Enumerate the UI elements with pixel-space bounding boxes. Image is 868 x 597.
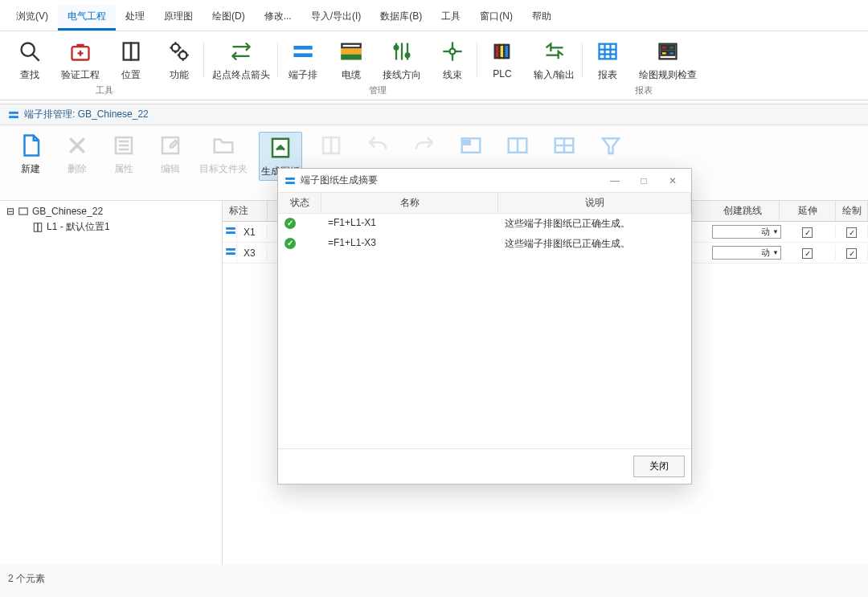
- tool-view3-button[interactable]: [547, 132, 582, 162]
- ext-checkbox[interactable]: ✓: [802, 227, 813, 238]
- menu-window[interactable]: 窗口(N): [470, 5, 522, 31]
- dialog-col-name[interactable]: 名称: [321, 193, 498, 213]
- dialog-state-cell: ✓: [278, 235, 321, 252]
- filter-icon: [597, 132, 624, 159]
- group-label-tools: 工具: [5, 84, 204, 96]
- find-label: 查找: [20, 68, 39, 82]
- io-label: 输入/输出: [534, 68, 575, 82]
- dialog-title-bar[interactable]: 端子图纸生成摘要 — □ ✕: [278, 169, 691, 192]
- menu-import-export[interactable]: 导入/导出(I): [301, 5, 371, 31]
- close-icon[interactable]: ✕: [661, 175, 685, 186]
- svg-rect-69: [285, 182, 295, 184]
- tool-view2-button[interactable]: [500, 132, 535, 162]
- col-ext[interactable]: 延伸: [780, 201, 836, 221]
- svg-rect-52: [331, 137, 339, 153]
- svg-point-8: [179, 51, 186, 59]
- menu-electrical-project[interactable]: 电气工程: [58, 5, 116, 31]
- jump-combo[interactable]: 动 ▼: [712, 225, 781, 239]
- minimize-icon[interactable]: —: [603, 175, 627, 186]
- rules-icon: [654, 38, 682, 65]
- target-folder-label: 目标文件夹: [199, 162, 248, 176]
- jump-combo[interactable]: 动 ▼: [712, 246, 781, 260]
- svg-rect-37: [661, 46, 667, 50]
- location-icon: [32, 222, 43, 233]
- menu-help[interactable]: 帮助: [522, 5, 561, 31]
- svg-rect-65: [226, 231, 235, 234]
- svg-rect-5: [124, 43, 131, 60]
- tool-view1-button[interactable]: [453, 132, 489, 162]
- menu-process[interactable]: 处理: [116, 5, 154, 31]
- svg-rect-11: [293, 46, 312, 50]
- dialog-name-cell: =F1+L1-X3: [321, 235, 498, 252]
- col-draw[interactable]: 绘制: [836, 201, 868, 221]
- find-button[interactable]: 查找: [13, 38, 47, 82]
- svg-rect-67: [226, 252, 235, 255]
- location-button[interactable]: 位置: [114, 38, 148, 82]
- undo-icon: [364, 132, 391, 159]
- col-jump[interactable]: 创建跳线: [706, 201, 780, 221]
- origin-dest-arrow-button[interactable]: 起点终点箭头: [212, 38, 270, 82]
- dialog-state-cell: ✓: [278, 215, 321, 232]
- tree-pane[interactable]: ⊟ GB_Chinese_22 L1 - 默认位置1: [0, 201, 223, 565]
- xref-icon: [317, 132, 345, 159]
- cable-button[interactable]: 电缆: [334, 38, 368, 82]
- tool-xref-button[interactable]: [313, 132, 349, 162]
- verify-project-button[interactable]: 验证工程: [61, 38, 100, 82]
- ribbon: 查找 验证工程 位置 功能 工具: [0, 31, 868, 100]
- svg-rect-39: [661, 51, 667, 55]
- tool-redo-button[interactable]: [407, 132, 442, 162]
- plc-button[interactable]: PLC: [485, 38, 519, 80]
- close-button[interactable]: 关闭: [633, 456, 685, 477]
- tool-undo-button[interactable]: [360, 132, 395, 162]
- col-label[interactable]: 标注: [223, 201, 268, 221]
- menu-draw[interactable]: 绘图(D): [203, 5, 255, 31]
- tree-root[interactable]: ⊟ GB_Chinese_22: [0, 204, 222, 219]
- dialog-col-desc[interactable]: 说明: [498, 193, 691, 213]
- report-label: 报表: [598, 68, 617, 82]
- dialog-col-state[interactable]: 状态: [278, 193, 321, 213]
- dialog-name-cell: =F1+L1-X1: [321, 215, 498, 232]
- svg-point-20: [406, 53, 410, 57]
- ext-checkbox[interactable]: ✓: [802, 248, 813, 259]
- draw-checkbox[interactable]: ✓: [846, 227, 857, 238]
- delete-button[interactable]: 删除: [59, 132, 95, 176]
- io-button[interactable]: 输入/输出: [534, 38, 575, 82]
- row-jump-cell: 动 ▼: [706, 244, 780, 261]
- cable-label: 电缆: [342, 68, 361, 82]
- drawing-rule-check-button[interactable]: 绘图规则检查: [639, 38, 697, 82]
- dialog-row[interactable]: ✓ =F1+L1-X1 这些端子排图纸已正确生成。: [278, 214, 691, 234]
- dialog-row[interactable]: ✓ =F1+L1-X3 这些端子排图纸已正确生成。: [278, 234, 691, 254]
- ribbon-group-arrows: 起点终点箭头: [204, 38, 278, 100]
- edit-button[interactable]: 编辑: [153, 132, 188, 176]
- ribbon-group-tools: 查找 验证工程 位置 功能 工具: [5, 38, 204, 100]
- svg-rect-12: [293, 53, 312, 57]
- collapse-icon[interactable]: ⊟: [6, 206, 14, 217]
- function-button[interactable]: 功能: [162, 38, 196, 82]
- wiring-direction-button[interactable]: 接线方向: [383, 38, 421, 82]
- menu-database[interactable]: 数据库(B): [371, 5, 432, 31]
- menu-modify[interactable]: 修改...: [255, 5, 301, 31]
- menu-schematic[interactable]: 原理图: [154, 5, 203, 31]
- svg-rect-63: [38, 223, 42, 231]
- tool-filter-button[interactable]: [593, 132, 628, 162]
- menu-browse[interactable]: 浏览(V): [6, 5, 58, 31]
- properties-button[interactable]: 属性: [106, 132, 141, 176]
- ribbon-group-plc: PLC 输入/输出: [477, 38, 583, 100]
- dialog-desc-cell: 这些端子排图纸已正确生成。: [498, 215, 691, 232]
- draw-checkbox[interactable]: ✓: [846, 248, 857, 259]
- maximize-icon[interactable]: □: [632, 175, 656, 186]
- tree-child[interactable]: L1 - 默认位置1: [0, 219, 222, 235]
- target-folder-button[interactable]: 目标文件夹: [199, 132, 248, 176]
- report-icon: [594, 38, 621, 65]
- svg-line-1: [33, 55, 39, 61]
- report-button[interactable]: 报表: [591, 38, 624, 82]
- svg-rect-38: [669, 46, 675, 50]
- harness-icon: [439, 38, 466, 65]
- terminal-strip-button[interactable]: 端子排: [286, 38, 320, 82]
- harness-button[interactable]: 线束: [436, 38, 469, 82]
- new-button[interactable]: 新建: [13, 132, 48, 176]
- svg-marker-60: [603, 138, 619, 153]
- svg-point-7: [172, 44, 179, 51]
- menu-tools[interactable]: 工具: [432, 5, 470, 31]
- new-file-icon: [17, 132, 44, 159]
